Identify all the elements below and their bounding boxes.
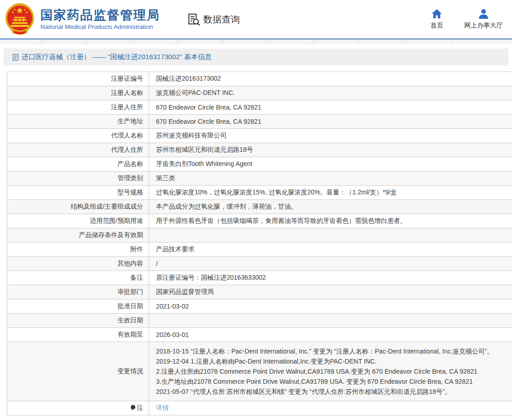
row-label: 注册人名称 [7,86,149,100]
row-value: 过氧化脲浓度10%，过氧化脲浓度15%, 过氧化脲浓度20%。装量：（1.2ml… [149,186,512,200]
row-value [149,228,512,243]
national-emblem-logo[interactable] [5,3,35,36]
row-value: 派克顿公司PAC-DENT INC. [149,86,512,100]
nav-home-label: 首页 [430,22,443,30]
row-label: 生产地址 [7,115,149,129]
row-label: 附件 [7,243,149,257]
home-icon [431,9,442,19]
header-nav: 首页 网上办事大厅 [430,9,506,30]
row-label: 审批部门 [7,285,149,299]
row-value: 详情 [149,401,512,415]
page-title: 进口医疗器械（注册） —— “国械注进20163173002” 基本信息 [22,53,211,61]
row-value: / [149,257,512,271]
table-row-note: 注 详情 [7,401,512,415]
row-value [149,314,512,328]
row-label: 产品储存条件及有效期 [7,228,149,243]
table-row: 注册人住所 670 Endeavor Circle Brea, CA 92821 [7,100,512,115]
data-query-tab[interactable]: 数据查询 [187,12,240,26]
table-row-change-history: 变更情况 2018-10-15 “注册人名称：Pac-Dent Internat… [7,342,512,401]
document-search-icon [187,12,200,26]
row-value: 670 Endeavor Circle Brea, CA 92821 [149,100,512,115]
table-row: 有效期至 2026-03-01 [7,328,512,342]
table-row: 生效日期 [7,314,512,328]
row-value: 2026-03-01 [149,328,512,342]
table-row: 产品储存条件及有效期 [7,228,512,243]
row-value: 产品技术要求 [149,243,512,257]
header-hatch-band [0,39,512,44]
row-value: 国械注进20163173002 [149,72,512,86]
table-row: 代理人名称 苏州派克顿科技有限公司 [7,129,512,143]
row-label: 注 [7,401,149,415]
change-history-line: 2018-10-15 “注册人名称：Pac-Dent International… [156,346,508,356]
row-value: 牙齿美白剂Tooth Whitening Agent [149,157,512,171]
table-row: 附件 产品技术要求 [7,243,512,257]
change-history-line: 2019-12-04 1.注册人名称由Pac-Dent Internationa… [156,356,508,366]
row-value: 本产品成分为过氧化脲，缓冲剂，薄荷油，甘油。 [149,200,512,214]
table-row: 代理人住所 苏州市相城区元和街道元启路18号 [7,143,512,157]
table-row: 注册证编号 国械注进20163173002 [7,72,512,86]
page-title-bar: 进口医疗器械（注册） —— “国械注进20163173002” 基本信息 [4,49,508,66]
note-icon [130,404,136,411]
row-value: 670 Endeavor Circle Brea, CA 92821 [149,115,512,129]
header: 国家药品监督管理局 National Medical Products Admi… [0,0,512,39]
row-value: 第三类 [149,171,512,186]
row-label: 有效期至 [7,328,149,342]
table-row: 其他内容 / [7,257,512,271]
note-label: 注 [137,404,143,411]
document-icon [12,54,19,61]
nav-service-hall-label: 网上办事大厅 [464,22,503,30]
row-label: 结构及组成/主要组成成分 [7,200,149,214]
row-label: 管理类别 [7,171,149,186]
national-emblem-icon [5,3,35,36]
row-value: 原注册证编号：国械注进20163633002 [149,271,512,285]
change-history-line: 3.生产地址由21078 Commerce Point Drive Walnut… [156,376,508,387]
table-row: 备注 原注册证编号：国械注进20163633002 [7,271,512,285]
row-value: 国家药品监督管理局 [149,285,512,299]
table-row: 产品名称 牙齿美白剂Tooth Whitening Agent [7,157,512,171]
table-row: 注册人名称 派克顿公司PAC-DENT INC. [7,86,512,100]
table-row: 批准日期 2021-03-02 [7,299,512,314]
row-label: 其他内容 [7,257,149,271]
table-row: 结构及组成/主要组成成分 本产品成分为过氧化脲，缓冲剂，薄荷油，甘油。 [7,200,512,214]
nav-home[interactable]: 首页 [430,9,443,30]
change-history-line: 2.注册人住所由21078 Commerce Point Drive Walnu… [156,366,508,376]
row-label: 型号规格 [7,186,149,200]
change-history-line: 2021-05-07 “代理人住所:苏州市相城区元和镇” 变更为 “代理人住所:… [156,387,508,397]
nav-service-hall[interactable]: 网上办事大厅 [464,9,503,30]
user-icon [478,9,489,19]
row-label: 生效日期 [7,314,149,328]
table-row: 审批部门 国家药品监督管理局 [7,285,512,299]
row-label: 批准日期 [7,299,149,314]
info-table: 注册证编号 国械注进20163173002 注册人名称 派克顿公司PAC-DEN… [7,72,512,415]
row-value: 2021-03-02 [149,299,512,314]
site-brand: 国家药品监督管理局 National Medical Products Admi… [40,8,160,30]
table-row: 适用范围/预期用途 用于外源性着色牙齿（包括吸烟喝茶，食用酱油等而导致的牙齿着色… [7,214,512,228]
row-value: 用于外源性着色牙齿（包括吸烟喝茶，食用酱油等而导致的牙齿着色）需脱色增白患者。 [149,214,512,228]
table-row: 生产地址 670 Endeavor Circle Brea, CA 92821 [7,115,512,129]
site-subtitle: National Medical Products Administration [40,23,160,30]
row-label: 注册人住所 [7,100,149,115]
row-label: 适用范围/预期用途 [7,214,149,228]
detail-link[interactable]: 详情 [156,404,169,411]
data-query-label: 数据查询 [203,13,240,26]
table-row: 型号规格 过氧化脲浓度10%，过氧化脲浓度15%, 过氧化脲浓度20%。装量：（… [7,186,512,200]
row-label: 代理人住所 [7,143,149,157]
row-label: 代理人名称 [7,129,149,143]
row-label: 注册证编号 [7,72,149,86]
row-value: 2018-10-15 “注册人名称：Pac-Dent International… [149,342,512,401]
row-label: 变更情况 [7,342,149,401]
table-row: 管理类别 第三类 [7,171,512,186]
row-value: 苏州市相城区元和街道元启路18号 [149,143,512,157]
row-label: 备注 [7,271,149,285]
row-label: 产品名称 [7,157,149,171]
row-value: 苏州派克顿科技有限公司 [149,129,512,143]
site-title: 国家药品监督管理局 [40,8,160,22]
